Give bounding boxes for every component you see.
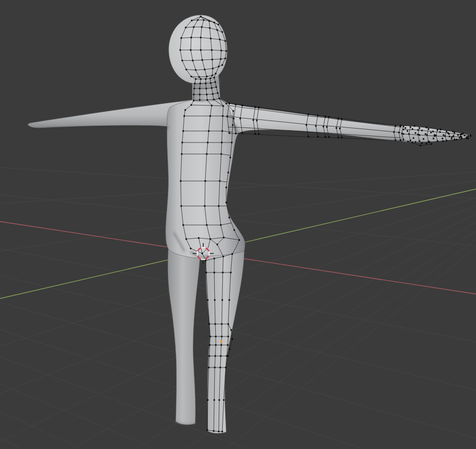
active-selected-vertex[interactable] <box>220 340 223 343</box>
blender-viewport[interactable] <box>0 0 476 449</box>
viewport-3d[interactable] <box>0 0 476 449</box>
viewport-background <box>0 0 476 449</box>
